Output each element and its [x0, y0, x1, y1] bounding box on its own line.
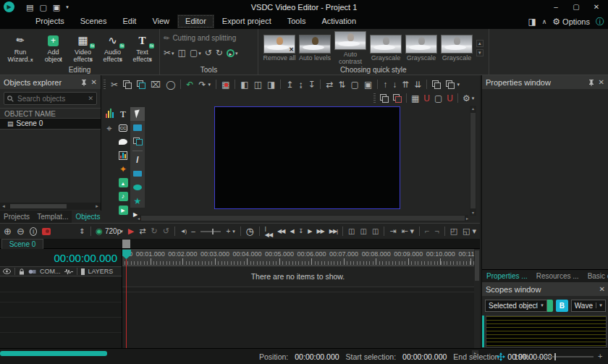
- quick-style-item[interactable]: Auto contrast: [333, 31, 368, 65]
- paste[interactable]: [137, 80, 145, 89]
- image-tool[interactable]: ▲: [116, 176, 130, 190]
- range-menu[interactable]: ▾: [410, 227, 415, 235]
- duplicate-tool[interactable]: [130, 135, 145, 148]
- composition-icon[interactable]: [28, 268, 36, 275]
- subtitles-tool[interactable]: CC: [116, 121, 130, 135]
- scope-mode-dropdown[interactable]: Wave ▾: [571, 300, 606, 312]
- free-shape-tool[interactable]: ★: [130, 194, 145, 208]
- ellipse-tool[interactable]: [130, 180, 145, 194]
- sep[interactable]: [457, 93, 458, 103]
- line-tool[interactable]: /: [130, 153, 145, 166]
- copy[interactable]: [123, 80, 132, 89]
- same-size[interactable]: ▢: [351, 80, 359, 89]
- pin-icon[interactable]: [81, 79, 87, 86]
- add-object-button[interactable]: + Add object▾: [40, 33, 67, 64]
- move-down[interactable]: ↓: [392, 80, 397, 89]
- set-position[interactable]: ↧: [299, 228, 303, 234]
- clock-icon[interactable]: ◷: [246, 227, 254, 236]
- quick-style-scroll-down-icon[interactable]: ▾: [476, 49, 484, 56]
- cut[interactable]: ✂: [164, 48, 171, 57]
- go-end[interactable]: ▶▶|: [329, 228, 337, 234]
- sep[interactable]: [377, 80, 378, 89]
- text-tool[interactable]: T: [116, 107, 130, 121]
- volume-min-icon[interactable]: –: [191, 228, 195, 235]
- select-tool[interactable]: [130, 107, 145, 121]
- blue-channel-button[interactable]: B: [556, 300, 568, 312]
- timeline-empty-band[interactable]: There are no items to show.: [122, 266, 474, 287]
- go-start[interactable]: |◀◀: [265, 225, 272, 238]
- zoom-slider-handle[interactable]: [554, 353, 556, 360]
- close-panel-icon[interactable]: ✕: [91, 78, 97, 86]
- layer-back[interactable]: [393, 94, 402, 103]
- cut-menu[interactable]: ▾: [172, 51, 174, 56]
- preview-h-scrollbar[interactable]: ◂▸: [138, 215, 468, 221]
- pan-tool-icon[interactable]: ⌖: [106, 124, 111, 133]
- view-settings-menu[interactable]: ▾: [472, 96, 475, 101]
- snap-to-objects[interactable]: U: [447, 94, 453, 103]
- equalizer-icon[interactable]: [106, 109, 114, 118]
- quick-style-item[interactable]: Grayscale: [439, 35, 474, 62]
- timeline-tracks-area[interactable]: [122, 287, 474, 348]
- timeline-ruler[interactable]: 00:00.00000:01.00000:02.00000:03.00000:0…: [122, 249, 474, 266]
- quick-style-scroll-up-icon[interactable]: ▴: [476, 40, 484, 47]
- lock-icon[interactable]: [19, 268, 25, 275]
- rectangle-tool[interactable]: [130, 166, 145, 180]
- crop-menu[interactable]: ▾: [198, 51, 201, 56]
- frame-view-a[interactable]: ◫: [348, 228, 355, 235]
- info-icon[interactable]: ⓘ: [596, 16, 604, 28]
- right-panel-tab[interactable]: Basic effect...: [583, 270, 608, 282]
- sprite-tool[interactable]: [130, 121, 145, 135]
- align-right[interactable]: ◨: [267, 80, 275, 89]
- loop[interactable]: ↻: [151, 227, 157, 235]
- waveform-icon[interactable]: [64, 268, 73, 275]
- sep[interactable]: [180, 80, 181, 89]
- save-project-icon[interactable]: ▤: [26, 3, 33, 12]
- run-wizard-button[interactable]: ✎ Run Wizard...▾: [4, 33, 37, 64]
- volume-max-icon[interactable]: +: [226, 228, 230, 235]
- pan-zoom-icon[interactable]: [497, 352, 505, 361]
- reset-preview[interactable]: ↺: [163, 227, 169, 235]
- snap-to-grid[interactable]: U: [423, 94, 430, 103]
- sep[interactable]: [216, 80, 216, 89]
- move-up[interactable]: ↑: [383, 80, 387, 89]
- new-project-icon[interactable]: ▢: [39, 3, 46, 12]
- layer-front[interactable]: [380, 94, 389, 103]
- scope-source-dropdown[interactable]: Selected object ▾: [485, 300, 547, 312]
- timeline-v-scrollbar[interactable]: [474, 249, 480, 348]
- explorer-tab[interactable]: Projects ...: [0, 211, 33, 223]
- delete[interactable]: ⌧: [151, 80, 161, 89]
- zoom-out-icon[interactable]: –: [537, 352, 541, 360]
- preview-v-scrollbar[interactable]: ▴▾: [470, 106, 476, 216]
- group[interactable]: [432, 80, 441, 89]
- pause-icon[interactable]: ∥: [30, 227, 37, 236]
- timeline-h-scrollbar-thumb[interactable]: [0, 351, 107, 356]
- menu-item[interactable]: View: [144, 14, 177, 28]
- frame-view-c[interactable]: ◫: [372, 228, 379, 235]
- align-bottom[interactable]: ↧: [308, 80, 315, 89]
- align-middle[interactable]: ↨: [298, 80, 303, 89]
- playhead-grip[interactable]: [122, 240, 130, 248]
- scroll-right-icon[interactable]: ▸: [93, 203, 101, 209]
- next-frame[interactable]: ▶: [308, 228, 311, 234]
- group-menu[interactable]: ▾: [457, 82, 460, 87]
- redo[interactable]: ↷: [198, 80, 206, 89]
- ellipse-tool[interactable]: ◯: [166, 80, 175, 89]
- align-left[interactable]: ◧: [240, 80, 248, 89]
- volume-slider[interactable]: [200, 231, 221, 232]
- clear-search-icon[interactable]: ✕: [88, 95, 93, 102]
- snap-grid[interactable]: ▦: [221, 80, 229, 89]
- bring-front[interactable]: ⇈: [402, 80, 409, 89]
- maximize-button[interactable]: ▢: [566, 0, 586, 14]
- object-row-scene[interactable]: ▤ Scene 0: [0, 119, 101, 130]
- play-preview[interactable]: ▶: [128, 227, 134, 235]
- visibility-eye-icon[interactable]: [3, 268, 11, 274]
- timeline-zoom-in-icon[interactable]: ⊕: [4, 227, 12, 236]
- crop[interactable]: ▢: [190, 48, 198, 57]
- minimize-button[interactable]: –: [546, 0, 566, 14]
- send-back[interactable]: ⇊: [414, 80, 421, 89]
- tooltip-tool[interactable]: [116, 135, 130, 148]
- pin-icon[interactable]: [588, 79, 594, 86]
- trim-start[interactable]: ⌐: [425, 227, 429, 235]
- expand-tracks[interactable]: ◰: [450, 227, 457, 235]
- selection-start[interactable]: ⇥: [389, 227, 396, 235]
